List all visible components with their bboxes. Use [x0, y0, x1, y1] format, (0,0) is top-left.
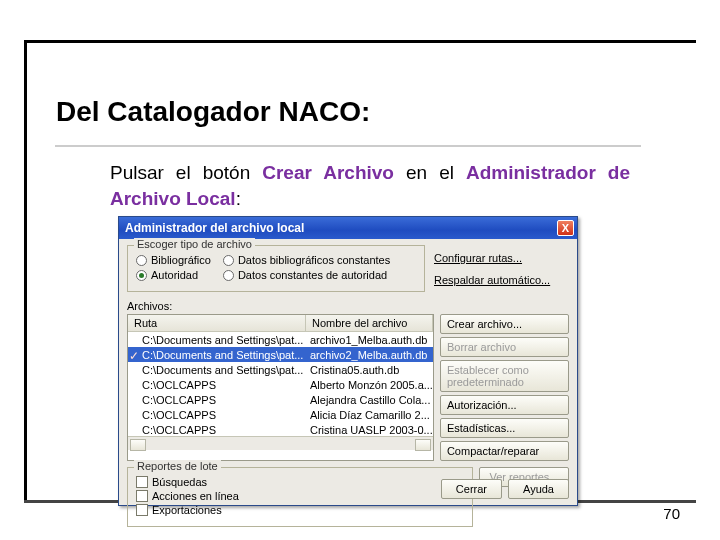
row-path: C:\OCLCAPPS — [142, 394, 216, 406]
col-path[interactable]: Ruta — [128, 315, 306, 331]
close-button[interactable]: Cerrar — [441, 479, 502, 499]
table-row[interactable]: C:\OCLCAPPSAlicia Díaz Camarillo 2... — [128, 407, 433, 422]
radio-datos-const-aut[interactable]: Datos constantes de autoridad — [223, 269, 390, 281]
col-name[interactable]: Nombre del archivo — [306, 315, 433, 331]
checkbox-acciones-en-linea[interactable]: Acciones en línea — [136, 490, 464, 502]
text-post: : — [236, 188, 241, 209]
row-filename: Cristina05.auth.db — [306, 364, 433, 376]
close-icon[interactable]: X — [557, 220, 574, 236]
row-filename: Alicia Díaz Camarillo 2... — [306, 409, 433, 421]
check-icon: ✓ — [129, 351, 139, 361]
text-highlight-crear-archivo: Crear Archivo — [262, 162, 394, 183]
files-table-body: C:\Documents and Settings\pat...archivo1… — [128, 332, 433, 436]
radio-autoridad-label: Autoridad — [151, 269, 198, 281]
delete-archive-button[interactable]: Borrar archivo — [440, 337, 569, 357]
help-button[interactable]: Ayuda — [508, 479, 569, 499]
slide-border-top — [24, 40, 696, 43]
statistics-button[interactable]: Estadísticas... — [440, 418, 569, 438]
table-row[interactable]: C:\OCLCAPPSAlejandra Castillo Cola... — [128, 392, 433, 407]
table-row[interactable]: C:\OCLCAPPSCristina UASLP 2003-0... — [128, 422, 433, 436]
row-path: C:\OCLCAPPS — [142, 379, 216, 391]
row-path: C:\Documents and Settings\pat... — [142, 334, 303, 346]
checkbox-exportaciones-label: Exportaciones — [152, 504, 222, 516]
radio-datos-const-aut-label: Datos constantes de autoridad — [238, 269, 387, 281]
table-row[interactable]: ✓C:\Documents and Settings\pat...archivo… — [128, 347, 433, 362]
authorization-button[interactable]: Autorización... — [440, 395, 569, 415]
radio-bibliografico-label: Bibliográfico — [151, 254, 211, 266]
table-row[interactable]: C:\Documents and Settings\pat...Cristina… — [128, 362, 433, 377]
row-path: C:\OCLCAPPS — [142, 409, 216, 421]
files-table-header: Ruta Nombre del archivo — [128, 315, 433, 332]
row-path: C:\Documents and Settings\pat... — [142, 364, 303, 376]
row-path: C:\OCLCAPPS — [142, 424, 216, 436]
radio-bibliografico[interactable]: Bibliográfico — [136, 254, 211, 266]
checkbox-busquedas[interactable]: Búsquedas — [136, 476, 464, 488]
radio-autoridad[interactable]: Autoridad — [136, 269, 211, 281]
checkbox-busquedas-label: Búsquedas — [152, 476, 207, 488]
table-row[interactable]: C:\Documents and Settings\pat...archivo1… — [128, 332, 433, 347]
row-filename: Alberto Monzón 2005.a... — [306, 379, 433, 391]
row-path: C:\Documents and Settings\pat... — [142, 349, 303, 361]
text-mid: en el — [394, 162, 466, 183]
checkbox-exportaciones[interactable]: Exportaciones — [136, 504, 464, 516]
dialog-title: Administrador del archivo local — [125, 221, 304, 235]
radio-datos-bib-const[interactable]: Datos bibliográficos constantes — [223, 254, 390, 266]
configure-paths-link[interactable]: Configurar rutas... — [431, 249, 569, 267]
row-filename: archivo1_Melba.auth.db — [306, 334, 433, 346]
dialog-titlebar[interactable]: Administrador del archivo local X — [119, 217, 577, 239]
row-filename: Cristina UASLP 2003-0... — [306, 424, 433, 436]
create-archive-button[interactable]: Crear archivo... — [440, 314, 569, 334]
slide-divider — [55, 145, 641, 147]
checkbox-acciones-en-linea-label: Acciones en línea — [152, 490, 239, 502]
text-pre: Pulsar el botón — [110, 162, 262, 183]
slide-instruction: Pulsar el botón Crear Archivo en el Admi… — [110, 160, 630, 211]
files-label: Archivos: — [127, 300, 569, 312]
lot-reports-legend: Reportes de lote — [134, 460, 221, 472]
slide-title: Del Catalogador NACO: — [56, 96, 370, 128]
dialog-bottom-bar: Cerrar Ayuda — [441, 479, 569, 499]
slide-border-left — [24, 40, 27, 500]
files-table[interactable]: Ruta Nombre del archivo C:\Documents and… — [127, 314, 434, 461]
lot-reports-group: Reportes de lote Búsquedas Acciones en l… — [127, 467, 473, 527]
local-file-admin-dialog: Administrador del archivo local X Escoge… — [118, 216, 578, 506]
row-filename: Alejandra Castillo Cola... — [306, 394, 433, 406]
set-default-button[interactable]: Establecer como predeterminado — [440, 360, 569, 392]
row-filename: archivo2_Melba.auth.db — [306, 349, 433, 361]
backup-auto-link[interactable]: Respaldar automático... — [431, 271, 569, 289]
filetype-group: Escoger tipo de archivo Bibliográfico Au… — [127, 245, 425, 292]
compact-repair-button[interactable]: Compactar/reparar — [440, 441, 569, 461]
page-number: 70 — [663, 505, 680, 522]
horiz-scrollbar[interactable] — [128, 436, 433, 450]
table-row[interactable]: C:\OCLCAPPSAlberto Monzón 2005.a... — [128, 377, 433, 392]
radio-datos-bib-const-label: Datos bibliográficos constantes — [238, 254, 390, 266]
filetype-legend: Escoger tipo de archivo — [134, 238, 255, 250]
